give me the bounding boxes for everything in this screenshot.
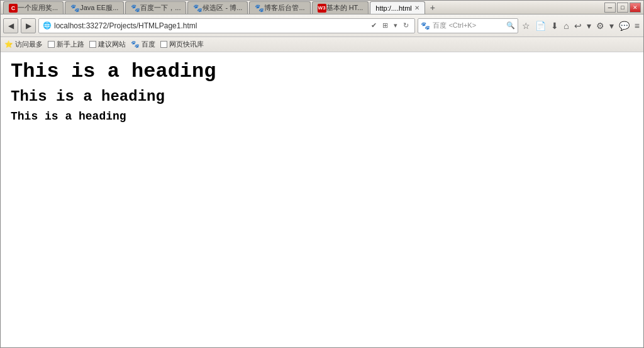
close-button[interactable]: ✕ (630, 3, 641, 13)
bookmarks-bar: ⭐ 访问最多 新手上路 建议网站 🐾 百度 网页快讯库 (1, 37, 643, 52)
bookmark-suggest-checkbox[interactable] (89, 41, 96, 48)
download-button[interactable]: ⬇ (550, 20, 560, 32)
tab-label-5: 博客后台管... (264, 3, 304, 13)
bookmark-news-checkbox[interactable] (160, 41, 167, 48)
tab-favicon-3: 🐾 (131, 4, 140, 13)
tab-favicon-2: 🐾 (70, 4, 80, 13)
heading-h2: This is a heading (11, 88, 633, 105)
heading-h3: This is a heading (11, 110, 633, 123)
search-placeholder: 百度 <Ctrl+K> (433, 21, 505, 30)
tab-blog[interactable]: 🐾 博客后台管... (249, 1, 310, 14)
bookmark-newbie-label: 新手上路 (57, 40, 84, 49)
tab-label-1: 一个应用奖... (18, 3, 58, 13)
navigation-bar: ◀ ▶ 🌐 localhost:33272/Projects/HTMLPage1… (1, 14, 643, 37)
tab-favicon-4: 🐾 (193, 4, 203, 13)
page-content: This is a heading This is a heading This… (1, 52, 643, 347)
search-paw-icon: 🐾 (421, 21, 430, 30)
tab-label-3: 百度一下，... (140, 3, 180, 13)
heading-h1: This is a heading (11, 60, 633, 83)
maximize-button[interactable]: □ (617, 3, 628, 13)
search-icon[interactable]: 🔍 (506, 21, 515, 30)
address-text: localhost:33272/Projects/HTMLPage1.html (54, 21, 367, 30)
star-button[interactable]: ☆ (521, 20, 531, 32)
history-more-btn[interactable]: ▾ (586, 20, 592, 32)
bookmark-news[interactable]: 网页快讯库 (160, 40, 204, 49)
refresh-button[interactable]: ↻ (401, 21, 411, 30)
window-controls: ─ □ ✕ (604, 3, 641, 13)
tab-current[interactable]: http:/....html ✕ (370, 1, 425, 14)
bookmark-star-icon: ⭐ (4, 40, 13, 48)
bookmark-newbie-checkbox[interactable] (48, 41, 55, 48)
tools-button[interactable]: ⚙ (595, 20, 606, 32)
nav-icon-group: ☆ 📄 ⬇ ⌂ ↩ ▾ ⚙ ▾ 💬 ≡ (521, 20, 641, 32)
new-tab-button[interactable]: + (426, 1, 439, 14)
forward-button[interactable]: ▶ (21, 18, 36, 33)
bookmark-baidu-icon: 🐾 (131, 40, 140, 48)
bookmark-newbie[interactable]: 新手上路 (48, 40, 84, 49)
bookmark-news-label: 网页快讯库 (169, 40, 204, 49)
search-bar[interactable]: 🐾 百度 <Ctrl+K> 🔍 (418, 18, 518, 33)
tab-label-6: 基本的 HT... (326, 3, 364, 13)
tab-candidate[interactable]: 🐾 候选区 - 博... (187, 1, 248, 14)
bookmark-suggest[interactable]: 建议网站 (89, 40, 126, 49)
dropdown-icon[interactable]: ▾ (392, 21, 399, 30)
read-button[interactable]: 📄 (534, 20, 547, 32)
tab-close-7[interactable]: ✕ (414, 4, 419, 11)
tab-bar: C 一个应用奖... 🐾 Java EE服... 🐾 百度一下，... 🐾 候选… (3, 1, 604, 14)
tab-favicon-1: C (9, 4, 18, 13)
bookmark-most-visited-label: 访问最多 (15, 40, 43, 49)
tab-favicon-5: 🐾 (255, 4, 264, 13)
tab-label-4: 候选区 - 博... (203, 3, 242, 13)
undo-button[interactable]: ↩ (573, 20, 583, 32)
address-globe-icon: 🌐 (43, 21, 52, 30)
grid-icon[interactable]: ⊞ (380, 21, 390, 30)
tab-label-2: Java EE服... (80, 3, 118, 13)
tab-app[interactable]: C 一个应用奖... (3, 1, 64, 14)
back-button[interactable]: ◀ (3, 18, 18, 33)
address-actions: ✔ ⊞ ▾ ↻ (369, 21, 411, 30)
menu-button[interactable]: ≡ (633, 20, 641, 32)
chat-button[interactable]: 💬 (618, 20, 631, 32)
bookmark-baidu-label: 百度 (142, 40, 155, 49)
home-button[interactable]: ⌂ (562, 20, 570, 32)
minimize-button[interactable]: ─ (604, 3, 616, 13)
tab-favicon-6: W3 (318, 4, 326, 13)
tab-label-7: http:/....html (375, 4, 411, 12)
bookmark-most-visited[interactable]: ⭐ 访问最多 (4, 40, 43, 49)
tab-baidu[interactable]: 🐾 百度一下，... (125, 1, 186, 14)
verify-icon[interactable]: ✔ (369, 21, 379, 30)
browser-window: C 一个应用奖... 🐾 Java EE服... 🐾 百度一下，... 🐾 候选… (0, 0, 644, 348)
titlebar: C 一个应用奖... 🐾 Java EE服... 🐾 百度一下，... 🐾 候选… (1, 1, 643, 14)
address-bar[interactable]: 🌐 localhost:33272/Projects/HTMLPage1.htm… (38, 18, 415, 33)
tab-javaee[interactable]: 🐾 Java EE服... (65, 1, 124, 14)
tab-w3[interactable]: W3 基本的 HT... (312, 1, 369, 14)
tools-more-btn[interactable]: ▾ (608, 20, 615, 32)
bookmark-suggest-label: 建议网站 (98, 40, 126, 49)
bookmark-baidu[interactable]: 🐾 百度 (131, 40, 155, 49)
